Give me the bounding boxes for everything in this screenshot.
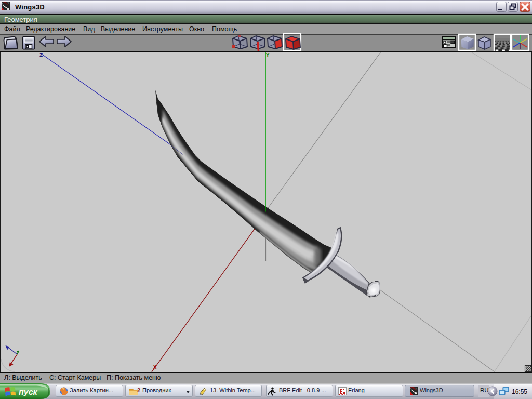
svg-text:16:55: 16:55 <box>512 388 527 395</box>
svg-text:Z: Z <box>39 52 43 58</box>
svg-text:пуск: пуск <box>19 388 38 396</box>
svg-text:Y: Y <box>266 52 270 58</box>
svg-text:X: X <box>153 364 157 370</box>
